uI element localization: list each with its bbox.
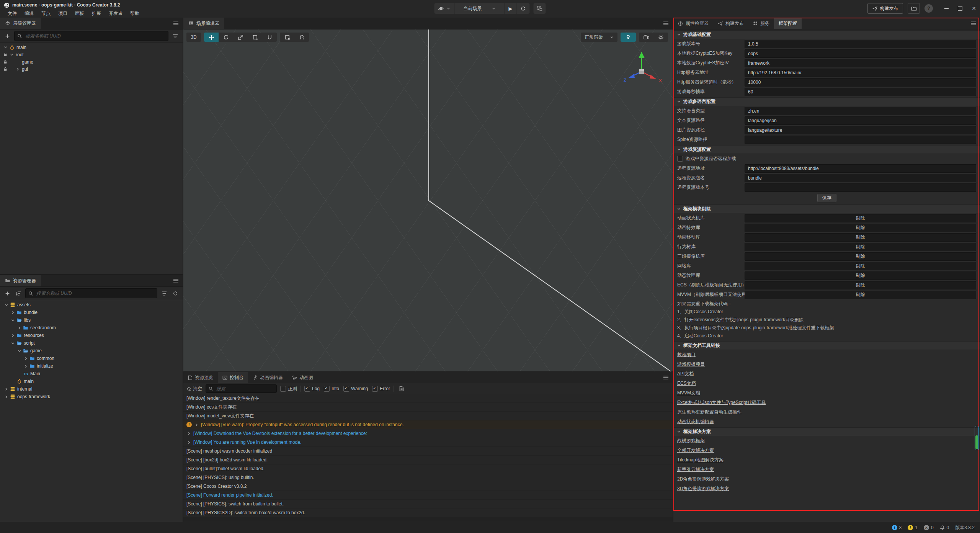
field-input[interactable]: [745, 40, 976, 48]
doc-link[interactable]: Tiledmap地图解决方案: [673, 455, 980, 465]
section-header[interactable]: 游戏基础配置: [673, 30, 980, 39]
regex-checkbox[interactable]: 正则: [280, 386, 297, 392]
preview-qr-button[interactable]: [534, 3, 546, 14]
remote-load-checkbox[interactable]: [677, 156, 683, 162]
collapse-icon[interactable]: [676, 343, 682, 348]
remove-module-button[interactable]: 剔除: [745, 224, 976, 232]
scene-menu-icon[interactable]: [663, 21, 669, 26]
console-tab-资源预览[interactable]: 资源预览: [183, 372, 218, 383]
expand-log-icon[interactable]: [186, 440, 191, 445]
expand-icon[interactable]: [10, 334, 16, 338]
menu-节点[interactable]: 节点: [38, 10, 54, 17]
log-row[interactable]: [Scene] [box2d]:box2d wasm lib loaded.: [183, 456, 673, 464]
asset-node-game[interactable]: game: [0, 347, 183, 355]
asset-node-initialize[interactable]: initialize: [0, 362, 183, 370]
assets-menu-icon[interactable]: [173, 278, 179, 283]
asset-node-script[interactable]: script: [0, 339, 183, 347]
collapse-icon[interactable]: [676, 100, 682, 104]
log-row[interactable]: [Window] You are running Vue in developm…: [183, 438, 673, 446]
remove-module-button[interactable]: 剔除: [745, 291, 976, 299]
field-input[interactable]: [745, 116, 976, 125]
scene-dropdown[interactable]: 当前场景: [455, 3, 505, 14]
doc-link[interactable]: 3D角色扮演游戏解决方案: [673, 484, 980, 494]
inspector-tab-服务[interactable]: 服务: [748, 18, 774, 29]
expand-icon[interactable]: [10, 318, 16, 322]
field-input[interactable]: [745, 136, 976, 144]
expand-icon[interactable]: [15, 67, 21, 71]
expand-icon[interactable]: [3, 303, 9, 307]
log-row[interactable]: [Scene] Cocos Creator v3.8.2: [183, 482, 673, 490]
asset-node-common[interactable]: common: [0, 355, 183, 362]
doc-link[interactable]: Excel格式转Json文件与TypeScript代码工具: [673, 398, 980, 407]
render-mode-dropdown[interactable]: 正常渲染: [581, 33, 617, 42]
remote-load-checkbox-row[interactable]: 游戏中资源是否远程加载: [673, 154, 980, 163]
refresh-assets-icon[interactable]: [171, 289, 180, 298]
create-node-button[interactable]: [3, 32, 11, 40]
hierarchy-node-gui[interactable]: gui: [0, 65, 183, 73]
section-header[interactable]: 框架解决方案: [673, 427, 980, 436]
doc-link[interactable]: ECS文档: [673, 379, 980, 388]
log-row[interactable]: [Scene] [PHYSICS]: switch from builtin t…: [183, 500, 673, 508]
close-button[interactable]: ✕: [972, 5, 976, 11]
gizmo-space-button[interactable]: [294, 33, 309, 42]
doc-link[interactable]: 原生包热更新配置自动生成插件: [673, 407, 980, 417]
field-input[interactable]: [745, 126, 976, 134]
remove-module-button[interactable]: 剔除: [745, 214, 976, 222]
inspector-tab-构建发布[interactable]: 构建发布: [713, 18, 748, 29]
section-header[interactable]: 框架模块剔除: [673, 204, 980, 213]
remove-module-button[interactable]: 剔除: [745, 233, 976, 242]
inspector-scrollbar[interactable]: [975, 426, 979, 450]
inspector-tab-属性检查器[interactable]: 属性检查器: [673, 18, 713, 29]
filter-log-checkbox[interactable]: Log: [304, 386, 320, 392]
expand-icon[interactable]: [16, 326, 22, 330]
rotate-tool-button[interactable]: [219, 33, 233, 42]
remove-module-button[interactable]: 剔除: [745, 281, 976, 289]
expand-icon[interactable]: [16, 349, 22, 353]
asset-node-main[interactable]: main: [0, 378, 183, 385]
remove-module-button[interactable]: 剔除: [745, 271, 976, 280]
collapse-icon[interactable]: [676, 33, 682, 37]
ui-transform-tool-button[interactable]: [262, 33, 277, 42]
log-row[interactable]: [Scene] [PHYSICS]: using builtin.: [183, 473, 673, 482]
console-tab-控制台[interactable]: 控制台: [218, 372, 248, 383]
asset-node-resources[interactable]: resources: [0, 332, 183, 339]
menu-开发者[interactable]: 开发者: [105, 10, 126, 17]
console-search[interactable]: [206, 384, 277, 393]
save-button[interactable]: 保存: [817, 194, 836, 202]
scale-tool-button[interactable]: [233, 33, 248, 42]
tab-hierarchy[interactable]: 层级管理器: [0, 18, 41, 29]
play-button[interactable]: ▶: [505, 3, 517, 14]
collapse-icon[interactable]: [676, 207, 682, 211]
inspector-menu-icon[interactable]: [970, 21, 976, 26]
doc-link[interactable]: 新手引导解决方案: [673, 465, 980, 474]
tab-assets[interactable]: 资源管理器: [0, 275, 41, 286]
asset-node-oops-framework[interactable]: oops-framework: [0, 393, 183, 401]
help-button[interactable]: ?: [924, 4, 933, 13]
filter-info-checkbox[interactable]: Info: [324, 386, 339, 392]
status-error-count[interactable]: ✕ 0: [924, 525, 934, 530]
field-input[interactable]: [745, 49, 976, 58]
move-tool-button[interactable]: [204, 33, 219, 42]
doc-link[interactable]: 动画状态机编辑器: [673, 417, 980, 427]
restart-button[interactable]: [517, 3, 530, 14]
field-input[interactable]: [745, 107, 976, 115]
asset-node-libs[interactable]: libs: [0, 316, 183, 324]
remove-module-button[interactable]: 剔除: [745, 262, 976, 270]
doc-link[interactable]: API文档: [673, 369, 980, 379]
expand-icon[interactable]: [10, 341, 16, 345]
log-row[interactable]: [Scene] [PHYSICS2D]: switch from box2d-w…: [183, 508, 673, 517]
field-input[interactable]: [745, 59, 976, 67]
menu-面板[interactable]: 面板: [71, 10, 88, 17]
log-row[interactable]: [Window] model_view文件夹存在: [183, 412, 673, 420]
collapse-icon[interactable]: [676, 430, 682, 434]
minimize-button[interactable]: [944, 8, 949, 9]
assets-filter-icon[interactable]: [160, 289, 168, 298]
menu-项目[interactable]: 项目: [54, 10, 71, 17]
section-header[interactable]: 框架文档工具链接: [673, 341, 980, 350]
section-header[interactable]: 游戏多语言配置: [673, 97, 980, 106]
camera-settings-button[interactable]: [639, 33, 653, 42]
maximize-button[interactable]: [958, 6, 962, 11]
doc-link[interactable]: 教程项目: [673, 350, 980, 360]
field-input[interactable]: [745, 164, 976, 173]
orientation-gizmo[interactable]: X Z: [621, 48, 663, 90]
